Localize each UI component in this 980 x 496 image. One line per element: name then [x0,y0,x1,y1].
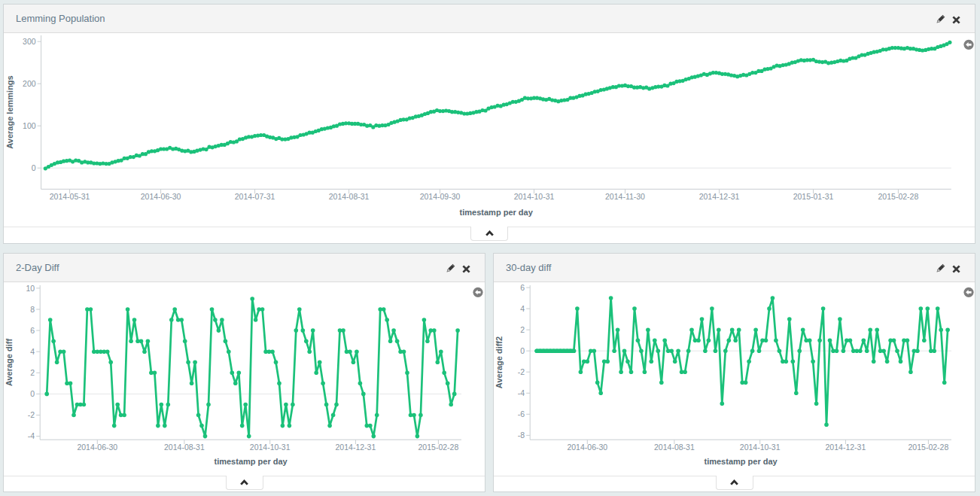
svg-text:300: 300 [23,37,36,46]
svg-text:10: 10 [26,284,35,293]
svg-text:0: 0 [520,346,525,355]
svg-text:4: 4 [30,347,35,356]
svg-text:2015-02-28: 2015-02-28 [418,443,459,452]
svg-text:6: 6 [520,283,525,292]
svg-text:2014-12-31: 2014-12-31 [826,443,866,452]
svg-text:2015-02-28: 2015-02-28 [878,192,919,201]
svg-text:2014-05-31: 2014-05-31 [50,192,90,201]
svg-text:200: 200 [23,79,36,88]
svg-text:Average diff: Average diff [5,339,14,387]
svg-text:-2: -2 [518,367,525,376]
svg-text:2014-10-31: 2014-10-31 [740,443,781,452]
svg-text:-8: -8 [518,431,525,440]
svg-text:0: 0 [30,389,35,398]
svg-text:timestamp per day: timestamp per day [214,457,288,466]
svg-text:-2: -2 [28,410,35,419]
svg-text:timestamp per day: timestamp per day [704,457,778,466]
svg-text:2014-06-30: 2014-06-30 [567,443,607,452]
svg-text:timestamp per day: timestamp per day [460,208,534,217]
svg-text:0: 0 [32,163,36,172]
svg-text:-4: -4 [28,431,35,440]
svg-text:2: 2 [30,368,35,377]
svg-text:2: 2 [520,325,525,334]
svg-text:6: 6 [30,326,35,335]
svg-text:-4: -4 [518,388,525,397]
svg-text:2014-06-30: 2014-06-30 [77,443,117,452]
svg-text:2014-08-31: 2014-08-31 [164,443,205,452]
svg-text:2014-07-31: 2014-07-31 [235,192,275,201]
svg-text:2014-12-31: 2014-12-31 [699,192,740,201]
svg-text:2015-01-31: 2015-01-31 [793,192,834,201]
svg-text:2014-10-31: 2014-10-31 [250,443,291,452]
svg-text:2015-02-28: 2015-02-28 [908,443,949,452]
svg-text:2014-06-30: 2014-06-30 [141,192,181,201]
svg-text:2014-12-31: 2014-12-31 [336,443,376,452]
svg-text:2014-09-30: 2014-09-30 [420,192,461,201]
svg-text:2014-08-31: 2014-08-31 [654,443,695,452]
svg-text:2014-08-31: 2014-08-31 [329,192,370,201]
svg-text:Average lemmings: Average lemmings [5,75,14,148]
svg-text:Average diff2: Average diff2 [495,336,504,388]
svg-text:-6: -6 [518,409,525,418]
svg-text:2014-11-30: 2014-11-30 [605,192,645,201]
svg-text:8: 8 [30,305,35,314]
svg-text:100: 100 [23,121,36,130]
svg-text:2014-10-31: 2014-10-31 [514,192,555,201]
svg-text:4: 4 [520,304,525,313]
